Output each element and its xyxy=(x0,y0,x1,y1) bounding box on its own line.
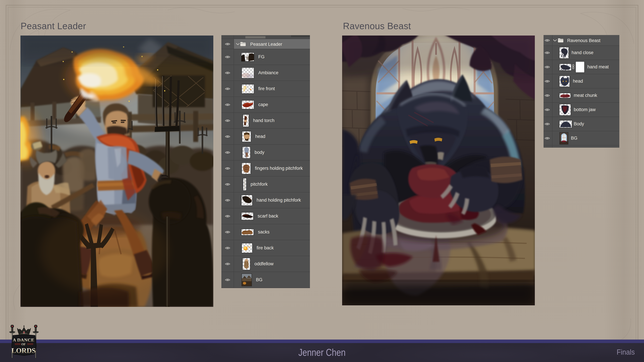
svg-text:LORDS: LORDS xyxy=(12,347,36,355)
svg-text:A DANCE: A DANCE xyxy=(13,337,34,343)
svg-text:OF: OF xyxy=(22,343,26,346)
